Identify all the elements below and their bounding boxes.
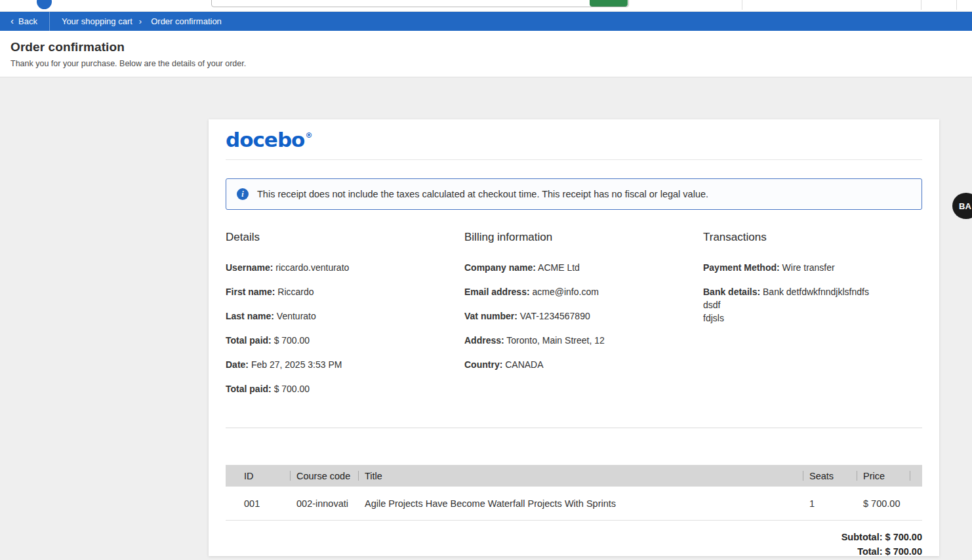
subtotal-value: $ 700.00 <box>885 532 922 542</box>
total-label: Total: <box>857 546 885 557</box>
detail-row-date: Date: Feb 27, 2025 3:53 PM <box>226 358 464 371</box>
total-value: $ 700.00 <box>885 546 922 557</box>
floating-badge-button[interactable]: BA <box>952 193 972 219</box>
chevron-right-icon: › <box>136 16 144 26</box>
kv-label: Last name: <box>226 311 274 321</box>
cell-id: 001 <box>226 498 290 509</box>
totals: Subtotal: $ 700.00 Total: $ 700.00 <box>226 532 922 557</box>
transaction-row-bank-details: Bank details: Bank detfdwkfnndjklsfndfs … <box>703 285 922 325</box>
kv-label: Address: <box>464 335 504 346</box>
cell-price: $ 700.00 <box>857 498 910 509</box>
notice-text: This receipt does not include the taxes … <box>257 189 708 199</box>
kv-value: ACME Ltd <box>538 262 580 273</box>
kv-value: Toronto, Main Street, 12 <box>506 335 604 346</box>
cell-title: Agile Projects Have Become Waterfall Pro… <box>358 498 803 509</box>
kv-value: riccardo.venturato <box>275 262 349 273</box>
kv-label: Email address: <box>464 287 530 297</box>
breadcrumb-bar: ‹ Back Your shopping cart › Order confir… <box>0 12 972 31</box>
subtotal-line: Subtotal: $ 700.00 <box>226 532 922 542</box>
table-header-row: ID Course code Title Seats Price <box>226 465 922 487</box>
docebo-logo: docebo® <box>226 128 312 151</box>
table-row: 001 002-innovati Agile Projects Have Bec… <box>226 487 922 521</box>
subtotal-label: Subtotal: <box>841 532 885 542</box>
order-table: ID Course code Title Seats Price 001 002… <box>226 465 922 521</box>
global-search-input[interactable] <box>211 0 629 7</box>
billing-row-country: Country: CANADA <box>464 358 703 371</box>
header-divider <box>956 0 957 10</box>
kv-label: Payment Method: <box>703 262 780 273</box>
column-header-course-code: Course code <box>290 465 358 487</box>
billing-row-company: Company name: ACME Ltd <box>464 261 703 274</box>
kv-value: acme@info.com <box>533 287 599 297</box>
page-title: Order confirmation <box>10 40 962 54</box>
kv-label: First name: <box>226 287 275 297</box>
kv-label: Country: <box>464 359 502 370</box>
registered-mark: ® <box>305 131 312 140</box>
billing-row-address: Address: Toronto, Main Street, 12 <box>464 334 703 347</box>
billing-title: Billing information <box>464 231 703 244</box>
column-header-label: Price <box>863 471 885 481</box>
back-button[interactable]: ‹ Back <box>0 12 49 31</box>
back-label: Back <box>18 16 37 26</box>
kv-label: Company name: <box>464 262 536 273</box>
column-header-label: Course code <box>296 471 350 481</box>
platform-logo-icon[interactable] <box>37 0 52 9</box>
transactions-section: Transactions Payment Method: Wire transf… <box>703 231 922 407</box>
docebo-logo-text: docebo <box>226 128 304 151</box>
billing-row-vat: Vat number: VAT-1234567890 <box>464 310 703 323</box>
column-separator <box>358 471 359 481</box>
detail-row-last-name: Last name: Venturato <box>226 310 464 323</box>
column-header-spacer <box>910 465 922 487</box>
kv-value: $ 700.00 <box>274 384 310 394</box>
column-header-title: Title <box>358 465 803 487</box>
column-separator <box>290 471 291 481</box>
kv-value: Wire transfer <box>782 262 835 273</box>
column-header-price: Price <box>857 465 910 487</box>
kv-label: Date: <box>226 359 249 370</box>
page-subtitle: Thank you for your purchase. Below are t… <box>10 59 962 68</box>
cell-course-code: 002-innovati <box>290 498 358 509</box>
kv-value: Venturato <box>277 311 316 321</box>
column-separator <box>803 471 803 481</box>
kv-value: CANADA <box>505 359 543 370</box>
kv-label: Total paid: <box>226 384 272 394</box>
receipt-logo-row: docebo® <box>226 119 922 160</box>
kv-label: Total paid: <box>226 335 272 346</box>
cell-seats: 1 <box>803 498 857 509</box>
details-title: Details <box>226 231 464 244</box>
breadcrumb-item-shopping-cart[interactable]: Your shopping cart <box>50 16 136 26</box>
kv-value: VAT-1234567890 <box>520 311 590 321</box>
content-area: docebo® i This receipt does not include … <box>0 77 972 560</box>
billing-section: Billing information Company name: ACME L… <box>464 231 703 407</box>
detail-row-total-paid: Total paid: $ 700.00 <box>226 334 464 347</box>
kv-label: Username: <box>226 262 273 273</box>
billing-row-email: Email address: acme@info.com <box>464 285 703 298</box>
transaction-row-payment-method: Payment Method: Wire transfer <box>703 261 922 274</box>
kv-label: Bank details: <box>703 287 760 297</box>
page-header: Order confirmation Thank you for your pu… <box>0 31 972 77</box>
page: ‹ Back Your shopping cart › Order confir… <box>0 0 972 560</box>
kv-value: Riccardo <box>277 287 314 297</box>
receipt-card: docebo® i This receipt does not include … <box>209 119 939 556</box>
detail-row-total-paid-2: Total paid: $ 700.00 <box>226 382 464 395</box>
notice-banner: i This receipt does not include the taxe… <box>226 178 922 210</box>
header-divider <box>921 0 921 10</box>
detail-row-first-name: First name: Riccardo <box>226 285 464 298</box>
detail-row-username: Username: riccardo.venturato <box>226 261 464 274</box>
column-header-label: Seats <box>809 471 834 481</box>
total-line: Total: $ 700.00 <box>226 546 922 557</box>
header-divider <box>742 0 742 10</box>
column-separator <box>857 471 857 481</box>
chevron-left-icon: ‹ <box>10 16 14 26</box>
transactions-title: Transactions <box>703 231 922 244</box>
receipt-columns: Details Username: riccardo.venturato Fir… <box>226 231 922 407</box>
breadcrumb-item-order-confirmation: Order confirmation <box>144 16 226 26</box>
details-section: Details Username: riccardo.venturato Fir… <box>226 231 464 407</box>
kv-label: Vat number: <box>464 311 517 321</box>
column-header-label: Title <box>365 471 382 481</box>
info-icon: i <box>237 188 249 200</box>
search-submit-button[interactable] <box>590 0 628 7</box>
column-header-label: ID <box>244 471 254 481</box>
kv-value: Feb 27, 2025 3:53 PM <box>251 359 342 370</box>
column-header-seats: Seats <box>803 465 857 487</box>
